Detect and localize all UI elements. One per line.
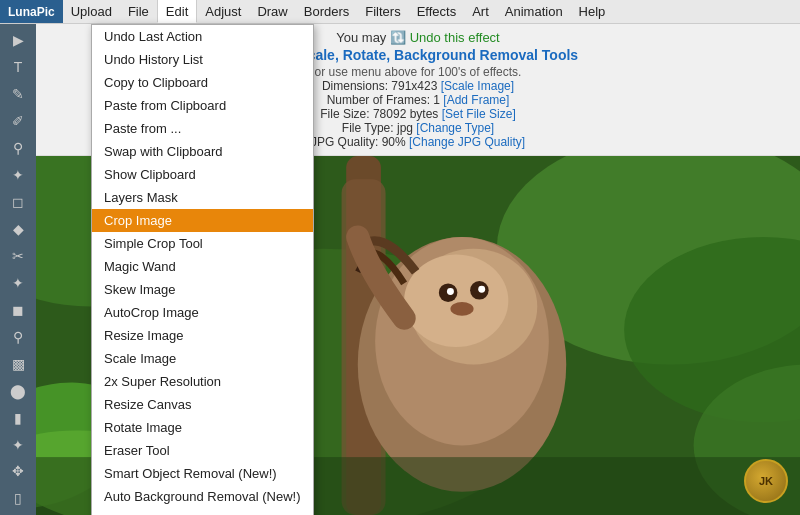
menu-item-undo-history[interactable]: Undo History List	[92, 48, 313, 71]
menu-animation[interactable]: Animation	[497, 0, 571, 23]
menu-adjust[interactable]: Adjust	[197, 0, 249, 23]
filetype-label: File Type: jpg	[342, 121, 413, 135]
menu-item-magic-wand[interactable]: Magic Wand	[92, 255, 313, 278]
dimensions-label: Dimensions: 791x423	[322, 79, 437, 93]
add-frame-link[interactable]: [Add Frame]	[443, 93, 509, 107]
menu-item-rotate-image[interactable]: Rotate Image	[92, 416, 313, 439]
undo-link[interactable]: Undo this effect	[410, 30, 500, 45]
svg-point-11	[404, 254, 508, 347]
set-filesize-link[interactable]: [Set File Size]	[442, 107, 516, 121]
menu-item-crop-image[interactable]: Crop Image	[92, 209, 313, 232]
tool-blur[interactable]: ⬤	[4, 378, 32, 403]
tool-eyedrop[interactable]: ⚲	[4, 324, 32, 349]
menu-item-scale-image[interactable]: Scale Image	[92, 347, 313, 370]
tool-history[interactable]: ▯	[4, 486, 32, 511]
menu-item-copy-clipboard[interactable]: Copy to Clipboard	[92, 71, 313, 94]
menu-item-paste-clipboard[interactable]: Paste from Clipboard	[92, 94, 313, 117]
menu-item-skew-image[interactable]: Skew Image	[92, 278, 313, 301]
change-type-link[interactable]: [Change Type]	[416, 121, 494, 135]
menu-item-resize-image[interactable]: Resize Image	[92, 324, 313, 347]
menu-item-super-res[interactable]: 2x Super Resolution	[92, 370, 313, 393]
menu-item-layers-mask[interactable]: Layers Mask	[92, 186, 313, 209]
user-avatar[interactable]: JK	[744, 459, 788, 503]
menu-item-show-clipboard[interactable]: Show Clipboard	[92, 163, 313, 186]
tool-clone[interactable]: ▮	[4, 405, 32, 430]
undo-icon: 🔃	[390, 30, 406, 45]
main-layout: ▶ T ✎ ✐ ⚲ ✦ ◻ ◆ ✂ ✦ ◼ ⚲ ▩ ⬤ ▮ ✦ ✥ ▯ You …	[0, 24, 800, 515]
tool-select[interactable]: ▶	[4, 28, 32, 53]
filesize-label: File Size: 78092 bytes	[320, 107, 438, 121]
menu-item-undo-last[interactable]: Undo Last Action	[92, 25, 313, 48]
frames-label: Number of Frames: 1	[327, 93, 440, 107]
quality-label: JPG Quality: 90%	[311, 135, 406, 149]
undo-text: You may	[336, 30, 390, 45]
menu-bar: LunaPic Upload File Edit Adjust Draw Bor…	[0, 0, 800, 24]
menu-file[interactable]: File	[120, 0, 157, 23]
tool-text[interactable]: T	[4, 55, 32, 80]
menu-item-paste-from[interactable]: Paste from ...	[92, 117, 313, 140]
change-quality-link[interactable]: [Change JPG Quality]	[409, 135, 525, 149]
tool-gradient[interactable]: ▩	[4, 351, 32, 376]
tool-crop[interactable]: ✦	[4, 163, 32, 188]
tool-eraser[interactable]: ◼	[4, 297, 32, 322]
menu-upload[interactable]: Upload	[63, 0, 120, 23]
tool-wand[interactable]: ✦	[4, 270, 32, 295]
menu-item-eraser-tool[interactable]: Eraser Tool	[92, 439, 313, 462]
menu-item-auto-blur-bg[interactable]: Auto Blur Background (New!)	[92, 508, 313, 515]
tool-shape[interactable]: ◻	[4, 190, 32, 215]
menu-edit[interactable]: Edit	[157, 0, 197, 23]
menu-effects[interactable]: Effects	[409, 0, 465, 23]
tool-search[interactable]: ⚲	[4, 136, 32, 161]
menu-item-autocrop[interactable]: AutoCrop Image	[92, 301, 313, 324]
tool-pencil[interactable]: ✎	[4, 82, 32, 107]
menu-item-swap-clipboard[interactable]: Swap with Clipboard	[92, 140, 313, 163]
tool-scissors[interactable]: ✂	[4, 244, 32, 269]
menu-borders[interactable]: Borders	[296, 0, 358, 23]
menu-item-smart-removal[interactable]: Smart Object Removal (New!)	[92, 462, 313, 485]
menu-item-auto-bg-removal[interactable]: Auto Background Removal (New!)	[92, 485, 313, 508]
menu-filters[interactable]: Filters	[357, 0, 408, 23]
scale-image-link[interactable]: [Scale Image]	[441, 79, 514, 93]
svg-point-14	[447, 288, 454, 295]
tool-brush[interactable]: ✐	[4, 109, 32, 134]
tool-transform[interactable]: ✥	[4, 459, 32, 484]
tool-fill[interactable]: ◆	[4, 217, 32, 242]
tool-heal[interactable]: ✦	[4, 432, 32, 457]
svg-point-16	[450, 302, 473, 316]
menu-item-simple-crop[interactable]: Simple Crop Tool	[92, 232, 313, 255]
menu-item-resize-canvas[interactable]: Resize Canvas	[92, 393, 313, 416]
edit-dropdown-menu: Undo Last Action Undo History List Copy …	[91, 24, 314, 515]
app-logo: LunaPic	[0, 0, 63, 23]
svg-point-15	[478, 286, 485, 293]
left-toolbar: ▶ T ✎ ✐ ⚲ ✦ ◻ ◆ ✂ ✦ ◼ ⚲ ▩ ⬤ ▮ ✦ ✥ ▯	[0, 24, 36, 515]
menu-draw[interactable]: Draw	[249, 0, 295, 23]
menu-help[interactable]: Help	[571, 0, 614, 23]
menu-art[interactable]: Art	[464, 0, 497, 23]
